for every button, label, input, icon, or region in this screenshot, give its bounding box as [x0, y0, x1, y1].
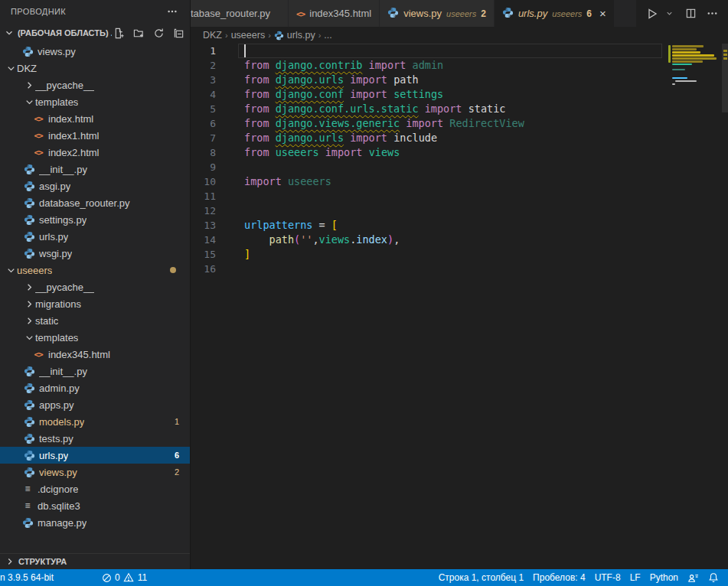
tree-file-index2-html[interactable]: <>index2.html: [0, 144, 190, 161]
problems-badge: 6: [175, 451, 179, 460]
tree-item-label: static: [35, 315, 58, 327]
file-tree: views.pyDKZ__pycache__templates<>index.h…: [0, 43, 190, 553]
tree-file-urls-py[interactable]: urls.py: [0, 228, 190, 245]
tree-folder-migrations[interactable]: migrations: [0, 295, 190, 312]
code-line-13[interactable]: 13urlpatterns = [: [191, 218, 728, 233]
tree-file-views-py[interactable]: views.py: [0, 43, 190, 60]
code-line-4[interactable]: 4from django.conf import settings: [191, 87, 728, 102]
tree-file-admin-py[interactable]: admin.py: [0, 379, 190, 396]
tree-folder-useeers[interactable]: useeers: [0, 262, 190, 278]
tab-urls-py[interactable]: urls.pyuseeers6×: [495, 0, 615, 27]
code-text: ]: [244, 247, 250, 262]
tab-label: tabase_roouter.py: [191, 8, 270, 19]
breadcrumb-item[interactable]: useeers: [231, 30, 265, 41]
tree-file-index-html[interactable]: <>index.html: [0, 110, 190, 127]
feedback-icon[interactable]: [683, 569, 704, 586]
new-file-icon[interactable]: [112, 26, 126, 40]
code-line-9[interactable]: 9: [191, 160, 728, 174]
workspace-section-header[interactable]: (РАБОЧАЯ ОБЛАСТЬ) ...: [0, 23, 190, 43]
tree-file-database-roouter-py[interactable]: database_roouter.py: [0, 194, 190, 211]
tab-index345-html[interactable]: <>index345.html: [289, 0, 380, 27]
code-line-11[interactable]: 11: [191, 189, 728, 203]
run-dropdown-icon[interactable]: [662, 7, 676, 21]
code-line-7[interactable]: 7from django.urls import include: [191, 131, 728, 145]
code-line-12[interactable]: 12: [191, 203, 728, 218]
tree-file--init-py[interactable]: __init__.py: [0, 363, 190, 379]
code-line-15[interactable]: 15]: [191, 247, 728, 262]
tree-folder-dkz[interactable]: DKZ: [0, 60, 190, 77]
tree-file-views-py[interactable]: views.py2: [0, 464, 190, 480]
tree-file-wsgi-py[interactable]: wsgi.py: [0, 245, 190, 262]
notifications-bell-icon[interactable]: [704, 569, 723, 586]
tree-file--init-py[interactable]: __init__.py: [0, 161, 190, 177]
current-line-highlight: [238, 44, 662, 58]
tree-file-tests-py[interactable]: tests.py: [0, 430, 190, 447]
code-text: from django.urls import path: [244, 73, 419, 87]
python-file-icon: [21, 516, 34, 529]
eol-setting[interactable]: LF: [625, 569, 645, 586]
chevron-down-icon: [5, 264, 17, 276]
tab-tabase-roouter-py[interactable]: tabase_roouter.py: [191, 0, 289, 27]
line-number: 1: [191, 44, 227, 58]
indentation-setting[interactable]: Пробелов: 4: [528, 569, 590, 586]
chevron-right-icon: [3, 555, 17, 568]
tree-file-index1-html[interactable]: <>index1.html: [0, 127, 190, 144]
tree-file-db-sqlite3[interactable]: ≡db.sqlite3: [0, 497, 190, 514]
code-line-14[interactable]: 14 path('',views.index),: [191, 233, 728, 247]
line-number: 8: [191, 145, 227, 160]
close-tab-icon[interactable]: ×: [599, 8, 606, 19]
tree-file--dcignore[interactable]: ≡.dcignore: [0, 480, 190, 497]
breadcrumb-item[interactable]: ...: [324, 30, 331, 41]
python-interpreter[interactable]: n 3.9.5 64-bit: [0, 569, 58, 586]
minimap[interactable]: [668, 44, 722, 569]
tree-folder--pycache-[interactable]: __pycache__: [0, 278, 190, 295]
tree-folder-static[interactable]: static: [0, 312, 190, 329]
tree-file-models-py[interactable]: models.py1: [0, 413, 190, 430]
more-actions-icon[interactable]: [705, 7, 719, 21]
split-editor-icon[interactable]: [684, 7, 697, 21]
problems-indicator[interactable]: 0 11: [96, 569, 152, 586]
html-file-icon: <>: [32, 112, 44, 125]
tree-item-label: tests.py: [39, 433, 73, 444]
code-line-10[interactable]: 10import useeers: [191, 174, 728, 189]
code-line-2[interactable]: 2from django.contrib import admin: [191, 58, 728, 73]
breadcrumb-item[interactable]: DKZ: [203, 30, 222, 41]
tree-folder--pycache-[interactable]: __pycache__: [0, 77, 190, 93]
tree-file-manage-py[interactable]: manage.py: [0, 514, 190, 531]
refresh-icon[interactable]: [152, 26, 165, 40]
code-line-8[interactable]: 8from useeers import views: [191, 145, 728, 160]
tree-file-asgi-py[interactable]: asgi.py: [0, 177, 190, 194]
code-line-5[interactable]: 5from django.conf.urls.static import sta…: [191, 102, 728, 116]
breadcrumb-separator: ›: [268, 31, 271, 40]
run-icon[interactable]: [645, 7, 659, 21]
encoding-setting[interactable]: UTF-8: [590, 569, 625, 586]
collapse-all-icon[interactable]: [171, 26, 185, 40]
line-number: 4: [191, 87, 227, 102]
code-editor[interactable]: 12from django.contrib import admin3from …: [191, 44, 728, 569]
language-mode[interactable]: Python: [645, 569, 683, 586]
tree-folder-templates[interactable]: templates: [0, 93, 190, 110]
html-file-icon: <>: [32, 348, 44, 360]
explorer-more-actions-icon[interactable]: [165, 5, 179, 18]
cursor-position[interactable]: Строка 1, столбец 1: [434, 569, 528, 586]
tree-file-urls-py[interactable]: urls.py6: [0, 447, 190, 464]
code-line-6[interactable]: 6from django.views.generic import Redire…: [191, 116, 728, 131]
tree-file-index345-html[interactable]: <>index345.html: [0, 346, 190, 363]
tab-views-py[interactable]: views.pyuseeers2: [380, 0, 495, 27]
chevron-right-icon: [23, 314, 35, 327]
line-number: 6: [191, 116, 227, 131]
code-line-3[interactable]: 3from django.urls import path: [191, 73, 728, 87]
tab-label: urls.py: [518, 8, 547, 19]
tree-file-settings-py[interactable]: settings.py: [0, 211, 190, 228]
chevron-right-icon: [23, 298, 35, 310]
editor-scrollbar[interactable]: [722, 44, 728, 569]
python-file-icon: [23, 213, 35, 226]
tree-item-label: __init__.py: [39, 164, 87, 175]
breadcrumb-item[interactable]: urls.py: [287, 30, 315, 41]
code-line-16[interactable]: 16: [191, 262, 728, 276]
tree-item-label: admin.py: [39, 383, 80, 394]
new-folder-icon[interactable]: [132, 26, 145, 40]
tree-file-apps-py[interactable]: apps.py: [0, 396, 190, 413]
outline-section-header[interactable]: СТРУКТУРА: [0, 553, 190, 569]
tree-folder-templates[interactable]: templates: [0, 329, 190, 346]
